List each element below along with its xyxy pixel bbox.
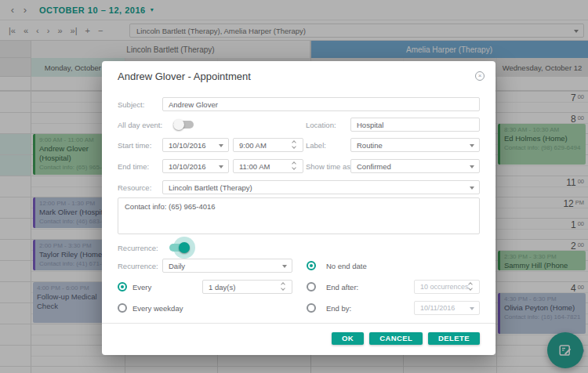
no-end-date-label: No end date bbox=[326, 262, 367, 270]
chevron-down-icon bbox=[282, 265, 287, 268]
recurrence-toggle-row: Recurrence: bbox=[118, 241, 480, 255]
delete-button[interactable]: DELETE bbox=[428, 332, 480, 345]
interval-spinner[interactable]: 1 day(s) bbox=[202, 280, 292, 294]
dialog-title: Andrew Glover - Appointment bbox=[118, 71, 251, 82]
location-value: Hospital bbox=[357, 121, 383, 129]
spinner-arrows-icon[interactable] bbox=[292, 141, 299, 150]
show-time-as-label: Show time as: bbox=[306, 162, 353, 171]
start-time-row: Start time: 10/10/2016 9:00 AM Label: Ro… bbox=[118, 138, 480, 152]
end-time-value: 11:00 AM bbox=[239, 162, 270, 171]
all-day-toggle[interactable] bbox=[173, 120, 194, 129]
occurrences-value: 10 occurrences bbox=[420, 283, 469, 291]
spinner-arrows-icon bbox=[469, 283, 475, 292]
cancel-button[interactable]: CANCEL bbox=[369, 332, 423, 345]
interval-value: 1 day(s) bbox=[209, 283, 235, 292]
every-weekday-label: Every weekday bbox=[132, 304, 183, 313]
location-label: Location: bbox=[306, 121, 353, 129]
chevron-down-icon bbox=[470, 165, 474, 168]
recurrence-toggle-label: Recurrence: bbox=[118, 244, 158, 252]
label-select[interactable]: Routine bbox=[350, 138, 480, 152]
end-by-radio[interactable] bbox=[307, 303, 316, 313]
resource-label: Resource: bbox=[118, 183, 151, 192]
recurrence-select[interactable]: Daily bbox=[162, 259, 292, 273]
dialog-divider bbox=[102, 323, 495, 324]
show-time-as-select[interactable]: Confirmed bbox=[350, 159, 480, 173]
every-weekday-radio[interactable] bbox=[118, 303, 127, 313]
description-textarea[interactable] bbox=[118, 197, 480, 234]
every-weekday-row: Every weekday End by: 10/11/2016 bbox=[118, 301, 480, 315]
show-time-as-value: Confirmed bbox=[357, 162, 391, 171]
every-label: Every bbox=[132, 283, 151, 292]
every-row: Every 1 day(s) End after: 10 occurrences bbox=[118, 280, 480, 294]
end-date-value: 10/10/2016 bbox=[169, 162, 206, 171]
dialog-buttons: OK CANCEL DELETE bbox=[332, 332, 480, 345]
recurrence-value: Daily bbox=[169, 262, 185, 270]
allday-location-row: All day event: Location: Hospital bbox=[118, 118, 480, 132]
start-date-value: 10/10/2016 bbox=[169, 141, 206, 150]
end-by-value: 10/11/2016 bbox=[420, 304, 455, 312]
end-after-label: End after: bbox=[326, 283, 358, 292]
end-time-label: End time: bbox=[118, 162, 149, 171]
end-by-label: End by: bbox=[326, 304, 351, 313]
resource-select[interactable]: Lincoln Bartlett (Therapy) bbox=[162, 180, 480, 194]
end-by-date-picker[interactable]: 10/11/2016 bbox=[414, 301, 480, 315]
label-value: Routine bbox=[357, 141, 383, 150]
subject-value: Andrew Glover bbox=[169, 100, 218, 109]
spinner-arrows-icon[interactable] bbox=[281, 283, 288, 292]
appointment-dialog: Andrew Glover - Appointment × Subject: A… bbox=[102, 61, 495, 355]
end-time-spinner[interactable]: 11:00 AM bbox=[233, 159, 303, 173]
end-time-row: End time: 10/10/2016 11:00 AM Show time … bbox=[118, 159, 480, 173]
recurrence-label: Recurrence: bbox=[118, 262, 158, 270]
end-date-picker[interactable]: 10/10/2016 bbox=[162, 159, 229, 173]
chevron-down-icon bbox=[470, 186, 474, 190]
close-icon[interactable]: × bbox=[475, 71, 485, 81]
scheduler-app: ‹ › OCTOBER 10 – 12, 2016 ▾ |««‹›»»|+− L… bbox=[0, 0, 588, 373]
chevron-down-icon bbox=[219, 144, 223, 147]
start-date-picker[interactable]: 10/10/2016 bbox=[162, 138, 229, 152]
chevron-down-icon bbox=[470, 307, 474, 310]
location-input[interactable]: Hospital bbox=[350, 118, 480, 132]
spinner-arrows-icon[interactable] bbox=[292, 162, 299, 172]
occurrences-spinner[interactable]: 10 occurrences bbox=[414, 280, 480, 294]
resource-value: Lincoln Bartlett (Therapy) bbox=[169, 183, 252, 192]
start-time-label: Start time: bbox=[118, 141, 151, 150]
chevron-down-icon bbox=[219, 165, 223, 168]
subject-row: Subject: Andrew Glover bbox=[118, 97, 480, 111]
recurrence-row: Recurrence: Daily No end date bbox=[118, 259, 480, 273]
start-time-value: 9:00 AM bbox=[239, 141, 267, 150]
label-label: Label: bbox=[306, 141, 353, 150]
chevron-down-icon bbox=[470, 144, 474, 147]
subject-input[interactable]: Andrew Glover bbox=[162, 97, 480, 111]
recurrence-toggle[interactable] bbox=[169, 243, 190, 252]
subject-label: Subject: bbox=[118, 100, 144, 109]
every-radio[interactable] bbox=[118, 282, 127, 292]
resource-row: Resource: Lincoln Bartlett (Therapy) bbox=[118, 180, 480, 194]
all-day-label: All day event: bbox=[118, 121, 162, 129]
start-time-spinner[interactable]: 9:00 AM bbox=[233, 138, 303, 152]
no-end-date-radio[interactable] bbox=[307, 261, 316, 270]
ok-button[interactable]: OK bbox=[332, 332, 364, 345]
end-after-radio[interactable] bbox=[307, 282, 316, 292]
